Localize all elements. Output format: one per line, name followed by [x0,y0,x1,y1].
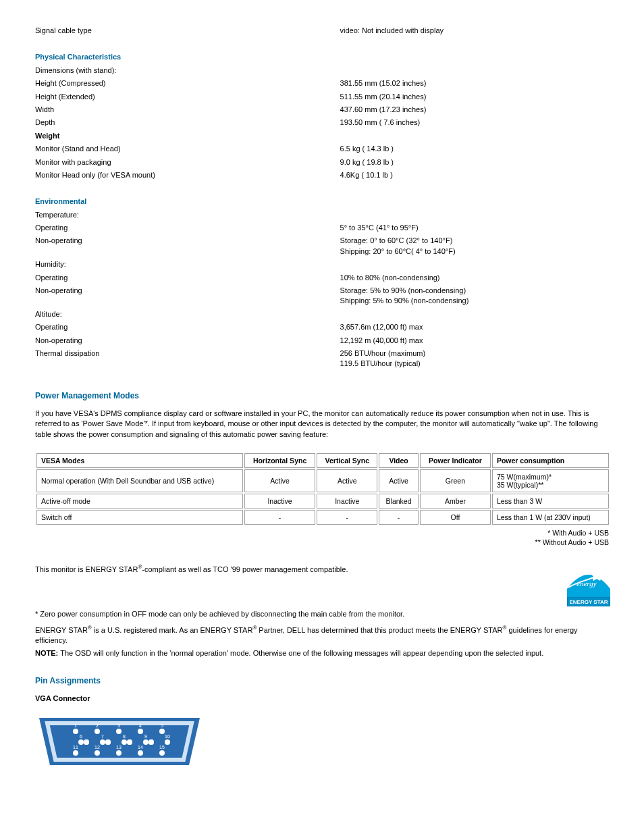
power-table-cell: Active [244,469,316,492]
pin-assignments-label: Pin Assignments [35,676,101,685]
spec-label: Height (Compressed) [35,77,340,90]
spec-value: 193.50 mm ( 7.6 inches) [340,116,610,129]
spec-label: Dimensions (with stand): [35,64,340,77]
power-table-cell: - [244,510,316,525]
svg-point-27 [73,750,78,756]
spec-value: Storage: 5% to 90% (non-condensing)Shipp… [340,284,610,308]
energy-star-logo: energy ENERGY STAR [567,563,610,606]
power-table-cell: - [317,510,377,525]
spec-label: Altitude: [35,308,340,321]
spec-value: 511.55 mm (20.14 inches) [340,90,610,103]
spec-value: 4.6Kg ( 10.1 lb ) [340,169,610,182]
svg-text:8: 8 [123,734,126,739]
svg-point-7 [95,729,100,734]
spec-value: 10% to 80% (non-condensing) [340,271,610,284]
svg-text:ENERGY STAR: ENERGY STAR [569,599,608,605]
svg-point-26 [165,739,170,745]
spec-value: 3,657.6m (12,000 ft) max [340,321,610,334]
svg-point-6 [73,729,78,734]
svg-text:15: 15 [159,745,165,750]
spec-label: Non-operating [35,234,340,258]
svg-point-31 [159,750,165,756]
svg-text:4: 4 [139,723,142,728]
spec-value [340,64,610,77]
svg-text:11: 11 [73,745,78,750]
note-label: NOTE: [35,649,60,657]
spec-label: Humidity: [35,258,340,271]
power-table-cell: Switch off [36,510,243,525]
power-table-cell: Inactive [317,494,377,509]
svg-point-24 [122,739,127,745]
svg-point-8 [116,729,122,734]
spec-value [340,209,610,221]
power-table-cell: Off [420,510,491,525]
svg-point-23 [100,739,105,745]
svg-text:14: 14 [138,745,143,750]
spec-value [340,308,610,321]
spec-value: 381.55 mm (15.02 inches) [340,77,610,90]
spec-value: 5° to 35°C (41° to 95°F) [340,221,610,234]
power-table-cell: Active [379,469,419,492]
svg-point-29 [116,750,122,756]
svg-point-10 [159,729,165,734]
osd-note: NOTE: The OSD will only function in the … [35,648,610,658]
energy-star-zero-note: * Zero power consumption in OFF mode can… [35,609,610,619]
spec-label: Thermal dissipation [35,347,340,371]
power-table-cell: - [379,510,419,525]
spec-label: Width [35,103,340,116]
power-table-header: Power consumption [492,453,609,468]
svg-point-19 [127,739,132,745]
svg-text:energy: energy [576,579,597,588]
power-table-cell: Green [420,469,491,492]
spec-label: Signal cable type [35,24,340,37]
spec-value [340,258,610,271]
power-table-header: Horizontal Sync [244,453,316,468]
spec-label: Monitor (Stand and Head) [35,142,340,155]
svg-point-18 [105,739,111,745]
svg-text:13: 13 [116,745,122,750]
pm-heading: Power Management Modes [35,391,139,400]
section-heading: Physical Characteristics [35,53,121,61]
note-body: The OSD will only function in the 'norma… [60,649,543,657]
power-table-header: VESA Modes [36,453,243,468]
power-table-header: Video [379,453,419,468]
spec-label: Temperature: [35,209,340,221]
power-table-cell: Amber [420,494,491,509]
power-table-cell: Normal operation (With Dell Soundbar and… [36,469,243,492]
spec-value: 9.0 kg ( 19.8 lb ) [340,156,610,169]
power-table-header: Vertical Sync [317,453,377,468]
power-table-footnote: * With Audio + USB** Without Audio + USB [35,529,609,547]
svg-text:2: 2 [96,723,99,728]
svg-text:9: 9 [144,734,147,739]
spec-value: 256 BTU/hour (maximum)119.5 BTU/hour (ty… [340,347,610,371]
power-table-cell: Active [317,469,377,492]
spec-value: Storage: 0° to 60°C (32° to 140°F)Shippi… [340,234,610,258]
svg-text:7: 7 [101,734,104,739]
svg-point-25 [143,739,149,745]
svg-text:6: 6 [80,734,82,739]
svg-point-28 [95,750,100,756]
power-table-header: Power Indicator [420,453,491,468]
energy-star-partner-text: ENERGY STAR® is a U.S. registered mark. … [35,624,610,646]
pin-assignments-heading: Pin Assignments [35,676,610,685]
power-table-cell: 75 W(maximum)*35 W(typical)** [492,469,609,492]
energy-star-text: This monitor is ENERGY STAR®-compliant a… [35,565,348,573]
spec-label: Height (Extended) [35,90,340,103]
svg-point-22 [78,739,84,745]
spec-label: Operating [35,321,340,334]
svg-text:12: 12 [95,745,100,750]
spec-label: Operating [35,271,340,284]
spec-value: 6.5 kg ( 14.3 lb ) [340,142,610,155]
power-table-cell: Active-off mode [36,494,243,509]
svg-text:3: 3 [117,723,120,728]
power-table-cell: Less than 1 W (at 230V input) [492,510,609,525]
power-table-cell: Inactive [244,494,316,509]
svg-text:10: 10 [165,734,170,739]
spec-subheading: Weight [35,130,340,142]
spec-label: Non-operating [35,334,340,347]
svg-point-9 [138,729,143,734]
spec-label: Non-operating [35,284,340,308]
spec-value: 437.60 mm (17.23 inches) [340,103,610,116]
svg-text:5: 5 [161,723,163,728]
spec-label: Operating [35,221,340,234]
